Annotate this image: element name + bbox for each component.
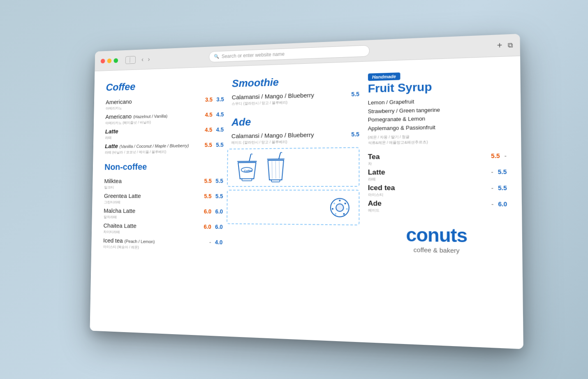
- price-2: 5.5: [215, 193, 223, 199]
- new-tab-button[interactable]: +: [497, 40, 502, 50]
- list-item: Iced tea (Peach / Lemon) 아이스티 (복숭아 / 레몬)…: [103, 237, 223, 251]
- item-name: Greentea Latte: [104, 192, 141, 199]
- browser-window: ‹ › 🔍 Search or enter website name + ⧉ C…: [90, 34, 523, 349]
- smoothie-section: Smoothie Calamansi / Mango / Blueberry 스…: [232, 73, 360, 107]
- item-prices: 4.5 4.5: [205, 126, 224, 133]
- item-prices: 6.0 6.0: [204, 223, 223, 230]
- item-prices: 5.5 5.5: [204, 141, 223, 148]
- item-name: Latte (Vanilla / Coconut / Maple / Blueb…: [105, 142, 189, 149]
- list-item: Calamansi / Mango / Blueberry 에이드 (깔라만시 …: [231, 130, 359, 145]
- list-item: Calamansi / Mango / Blueberry 스무디 (깔라만시 …: [232, 90, 360, 107]
- list-item: Milktea 밀크티 5.5 5.5: [104, 177, 223, 190]
- left-column: Coffee Americano 아메리카노 3.5 3.5 Americano…: [102, 77, 224, 324]
- tea-name-wrap: Iced tea 아이스티: [368, 184, 395, 198]
- maximize-button[interactable]: [113, 58, 118, 63]
- price-1: 5.5: [204, 177, 212, 184]
- price-2: 4.5: [216, 111, 224, 118]
- list-item: Americano (Hazelnut / Vanilla) 아메리카노 (헤이…: [105, 111, 224, 126]
- price-2: 6.0: [215, 208, 223, 215]
- price-2: 5.5: [216, 141, 224, 148]
- tea-prices: 5.5 -: [491, 152, 507, 159]
- price-1: 5.5: [204, 193, 212, 199]
- coffee-title: Coffee: [106, 77, 224, 93]
- item-prices: 4.5 4.5: [205, 111, 224, 118]
- item-name-wrap: Chaitea Latte 차이티라떼: [103, 222, 204, 236]
- minimize-button[interactable]: [107, 58, 112, 63]
- fruit-syrup-title: Fruit Syrup: [368, 78, 506, 95]
- item-name: Iced tea (Peach / Lemon): [103, 237, 155, 244]
- list-item: Latte 라떼 - 5.5: [368, 167, 507, 182]
- list-item: Latte 라떼 4.5 4.5: [105, 126, 224, 140]
- price-1: 6.0: [204, 223, 211, 230]
- item-name-wrap: Latte 라떼: [105, 126, 205, 140]
- item-name: Americano: [106, 98, 132, 105]
- syrup-sub: (레몬 / 자몽 / 딸기 / 청귤석류&레몬 / 애플망고&패션추르츠): [368, 133, 507, 146]
- list-item: Iced tea 아이스티 - 5.5: [368, 184, 507, 198]
- tea-name: Ade: [368, 199, 382, 207]
- price-1: 5.5: [204, 142, 212, 148]
- price-2: 6.0: [498, 200, 507, 207]
- noncoffee-title: Non-coffee: [104, 161, 223, 172]
- list-item: Ade 에이드 - 6.0: [368, 199, 507, 214]
- item-name: Malcha Latte: [104, 207, 135, 214]
- price-1: -: [491, 184, 493, 191]
- list-item: Latte (Vanilla / Coconut / Maple / Blueb…: [105, 141, 224, 155]
- tea-name-wrap: Tea 차: [368, 153, 380, 167]
- syrup-list: Lemon / Grapefruit Strawberry / Green ta…: [368, 95, 507, 133]
- price-2: 5.5: [498, 184, 507, 191]
- ade-section: Ade Calamansi / Mango / Blueberry 에이드 (깔…: [231, 113, 359, 145]
- price-1: 5.5: [351, 91, 359, 98]
- traffic-lights: [101, 58, 118, 63]
- item-name-wrap: Americano (Hazelnut / Vanilla) 아메리카노 (헤이…: [105, 111, 205, 126]
- price-2: -: [505, 152, 507, 159]
- svg-line-8: [279, 153, 280, 159]
- middle-column: Smoothie Calamansi / Mango / Blueberry 스…: [230, 73, 359, 330]
- price-1: -: [491, 200, 493, 207]
- tea-name: Tea: [368, 153, 380, 161]
- brand-logo: conuts: [368, 225, 508, 245]
- tea-name: Latte: [368, 168, 385, 176]
- price-2: 3.5: [216, 96, 224, 102]
- back-button[interactable]: ‹: [140, 55, 145, 63]
- address-text: Search or enter website name: [222, 51, 285, 59]
- item-name-wrap: Latte (Vanilla / Coconut / Maple / Blueb…: [105, 141, 205, 155]
- item-sub: 밀크티: [104, 185, 204, 190]
- tall-cup-icon: [265, 152, 287, 183]
- item-prices: 6.0 6.0: [204, 208, 223, 214]
- item-sub: 말차라떼: [104, 214, 204, 221]
- price-1: 3.5: [205, 96, 213, 103]
- item-name-wrap: Calamansi / Mango / Blueberry 에이드 (깔라만시 …: [231, 130, 352, 145]
- item-name-wrap: Americano 아메리카노: [106, 96, 205, 111]
- item-sub: 라떼 (바닐라 / 코코넛 / 메이플 / 블루베리): [105, 149, 205, 155]
- ade-title: Ade: [231, 113, 359, 128]
- price-1: -: [491, 168, 493, 175]
- item-prices: 5.5: [351, 131, 359, 137]
- price-1: 4.5: [205, 126, 212, 133]
- address-bar[interactable]: 🔍 Search or enter website name: [209, 44, 370, 62]
- item-sub: 아이스티 (복숭아 / 레몬): [103, 244, 209, 251]
- item-name: Americano (Hazelnut / Vanilla): [105, 112, 167, 120]
- tabs-button[interactable]: ⧉: [508, 41, 513, 49]
- item-name: Calamansi / Mango / Blueberry: [231, 131, 314, 139]
- item-name-wrap: Greentea Latte 그린티라떼: [104, 192, 204, 205]
- forward-button[interactable]: ›: [146, 55, 151, 63]
- item-name: Milktea: [104, 177, 122, 184]
- smoothie-title: Smoothie: [232, 73, 359, 90]
- sidebar-toggle-button[interactable]: [125, 56, 136, 64]
- item-sub: 라떼: [105, 134, 204, 140]
- item-name-wrap: Malcha Latte 말차라떼: [104, 207, 204, 221]
- item-name-wrap: Iced tea (Peach / Lemon) 아이스티 (복숭아 / 레몬): [103, 237, 209, 251]
- item-prices: 5.5: [351, 91, 359, 98]
- handmade-badge: Handmade: [368, 72, 400, 81]
- browser-actions: + ⧉: [497, 40, 513, 50]
- close-button[interactable]: [101, 58, 105, 63]
- item-sub: 그린티라떼: [104, 200, 204, 205]
- item-prices: 5.5 5.5: [204, 177, 223, 184]
- price-2: 5.5: [498, 168, 507, 175]
- svg-point-10: [336, 203, 343, 211]
- tea-sub: 차: [368, 161, 380, 166]
- right-column: Handmade Fruit Syrup Lemon / Grapefruit …: [368, 68, 509, 336]
- brand-tagline: coffee & bakery: [368, 245, 508, 255]
- price-2: 5.5: [215, 177, 223, 184]
- item-name-wrap: Calamansi / Mango / Blueberry 스무디 (깔라만시 …: [232, 90, 352, 106]
